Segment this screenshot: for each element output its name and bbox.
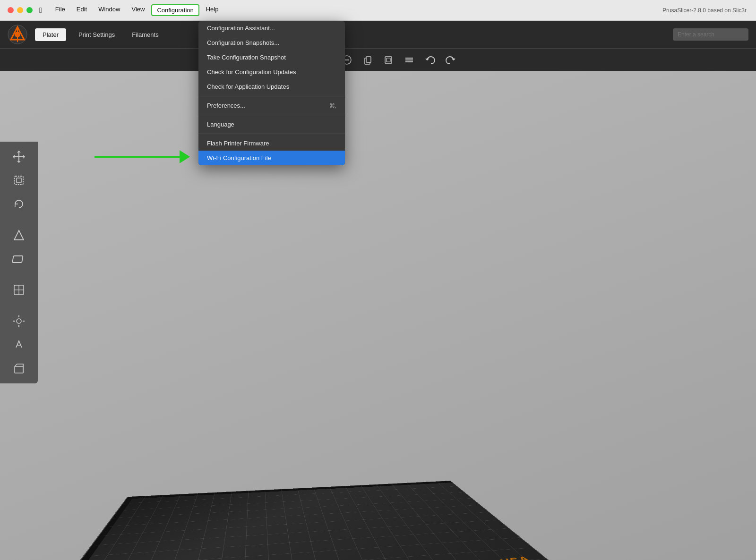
left-sidebar (0, 142, 38, 383)
menu-view[interactable]: View (127, 4, 149, 16)
separator-1 (198, 96, 345, 96)
app-toolbar: Plater Print Settings Filaments (0, 21, 756, 48)
grid-overlay (43, 481, 558, 560)
traffic-lights (8, 7, 33, 13)
align-icon[interactable] (401, 51, 418, 68)
menu-item-configuration-snapshots[interactable]: Configuration Snapshots... (198, 35, 345, 50)
menu-edit[interactable]: Edit (72, 4, 92, 16)
plater-button[interactable]: Plater (35, 28, 66, 41)
svg-rect-33 (15, 366, 23, 373)
settings-tool-icon[interactable] (9, 312, 28, 331)
menu-item-check-app-updates[interactable]: Check for Application Updates (198, 79, 345, 94)
svg-rect-13 (385, 57, 392, 63)
menu-configuration[interactable]: Configuration (151, 4, 199, 16)
menu-item-flash-firmware[interactable]: Flash Printer Firmware (198, 136, 345, 151)
search-input[interactable] (673, 28, 748, 41)
filaments-tab[interactable]: Filaments (127, 28, 163, 41)
preferences-shortcut: ⌘, (329, 102, 336, 109)
copy-icon[interactable] (359, 51, 376, 68)
menu-help[interactable]: Help (201, 4, 223, 16)
scale-tool-icon[interactable] (9, 171, 28, 190)
close-button[interactable] (8, 7, 14, 13)
svg-rect-14 (387, 58, 390, 62)
menu-item-wifi-config[interactable]: Wi-Fi Configuration File (198, 151, 345, 165)
arrow-body (94, 156, 180, 158)
paint-tool-icon[interactable] (9, 335, 28, 354)
menu-bar: File Edit Window View Configuration Help (51, 4, 223, 16)
apple-logo-icon:  (39, 6, 42, 15)
icon-toolbar (0, 48, 756, 71)
menu-item-configuration-assistant[interactable]: Configuration Assistant... (198, 21, 345, 35)
menu-item-preferences[interactable]: Preferences... ⌘, (198, 98, 345, 113)
svg-rect-23 (12, 256, 23, 263)
minimize-button[interactable] (17, 7, 23, 13)
print-settings-tab[interactable]: Print Settings (74, 28, 120, 41)
app-logo (8, 25, 27, 44)
menu-item-check-config-updates[interactable]: Check for Configuration Updates (198, 65, 345, 79)
move-tool-icon[interactable] (9, 147, 28, 166)
window-title: PrusaSlicer-2.8.0 based on Slic3r (662, 7, 747, 14)
configuration-dropdown: Configuration Assistant... Configuration… (198, 21, 345, 165)
rotate-tool-icon[interactable] (9, 195, 28, 213)
svg-rect-21 (17, 178, 21, 183)
svg-marker-22 (14, 230, 24, 240)
menu-item-take-snapshot[interactable]: Take Configuration Snapshot (198, 50, 345, 65)
cut-tool-icon[interactable] (9, 226, 28, 245)
print-bed: ORIGINAL PRUSA (42, 481, 560, 560)
menu-item-language[interactable]: Language (198, 117, 345, 132)
print-bed-container: ORIGINAL PRUSA (38, 258, 756, 560)
paste-icon[interactable] (380, 51, 397, 68)
arrow-head-icon (180, 150, 190, 163)
menu-window[interactable]: Window (94, 4, 125, 16)
svg-rect-20 (15, 176, 23, 185)
menu-file[interactable]: File (51, 4, 70, 16)
redo-icon[interactable] (442, 51, 459, 68)
support-tool-icon[interactable] (9, 280, 28, 299)
separator-3 (198, 134, 345, 134)
box-tool-icon[interactable] (9, 359, 28, 378)
undo-icon[interactable] (421, 51, 438, 68)
3d-viewport[interactable]: ORIGINAL PRUSA (0, 71, 756, 560)
fullscreen-button[interactable] (26, 7, 33, 13)
arrow-annotation (94, 150, 190, 163)
title-bar:  File Edit Window View Configuration He… (0, 0, 756, 21)
svg-rect-12 (366, 57, 371, 62)
svg-point-27 (17, 319, 21, 323)
place-tool-icon[interactable] (9, 249, 28, 268)
separator-2 (198, 115, 345, 115)
